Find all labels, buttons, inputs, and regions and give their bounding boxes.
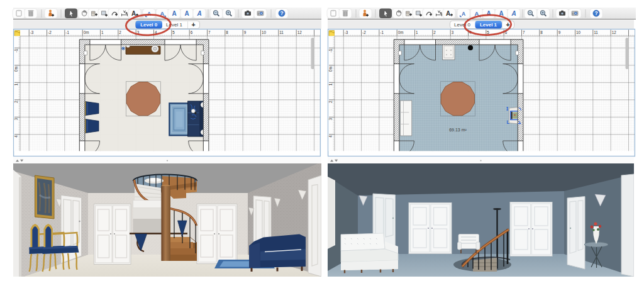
svg-text:Level 1: Level 1 [480,22,497,28]
svg-text:Level 0: Level 0 [140,22,158,28]
svg-text:Level 0: Level 0 [454,22,470,28]
svg-text:+: + [191,21,195,28]
svg-text:Level 1: Level 1 [166,22,182,28]
svg-text:69.13 m²: 69.13 m² [449,128,467,132]
